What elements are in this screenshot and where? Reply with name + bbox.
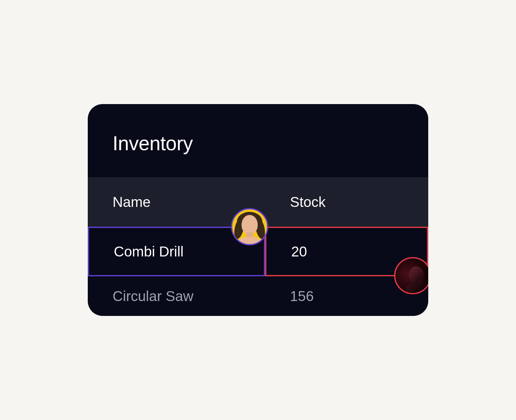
name-cell[interactable]: Circular Saw xyxy=(88,276,265,316)
item-name: Combi Drill xyxy=(114,243,184,260)
item-stock: 156 xyxy=(290,288,314,304)
name-cell[interactable]: Combi Drill xyxy=(88,227,265,276)
collaborator-avatar-2[interactable] xyxy=(394,257,428,294)
table-header-stock-label: Stock xyxy=(290,194,326,210)
item-name: Circular Saw xyxy=(113,288,194,304)
table-row: Combi Drill 20 xyxy=(88,227,428,276)
stock-cell[interactable]: 20 xyxy=(265,227,428,276)
item-stock: 20 xyxy=(291,243,307,260)
table-header-stock[interactable]: Stock xyxy=(265,177,428,227)
card-title: Inventory xyxy=(113,132,403,155)
card-header: Inventory xyxy=(88,104,428,177)
table-header-name-label: Name xyxy=(113,194,151,210)
inventory-card: Inventory Name Stock Combi Drill 20 xyxy=(88,104,428,316)
table-row: Circular Saw 156 xyxy=(88,276,428,316)
collaborator-avatar-1[interactable] xyxy=(231,208,268,245)
